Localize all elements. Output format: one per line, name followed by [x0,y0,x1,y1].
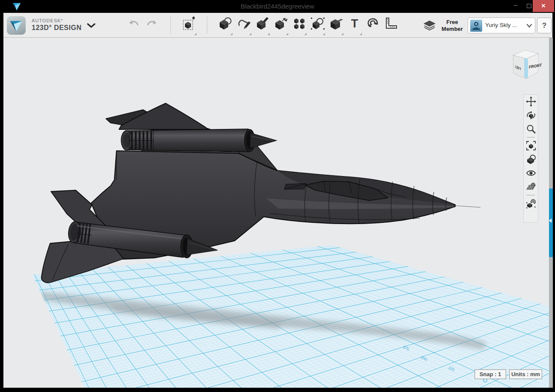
hide-show-button[interactable] [524,166,538,180]
minimize-button[interactable]: – [510,0,521,12]
window-title: Blackbird2445degreeview [0,0,555,13]
tool-snap-button[interactable] [365,16,381,36]
close-button[interactable]: ✕ [533,0,554,12]
collapse-arrow-icon [549,218,552,223]
dropdown-caret [360,33,362,35]
dropdown-caret [286,33,288,35]
nav-divider [527,195,535,195]
text-tool-icon: T [347,16,362,31]
autodesk-123d-logo-icon [7,16,26,35]
dropdown-caret [194,33,197,35]
tool-measure-button[interactable] [383,16,399,36]
tool-transform-button[interactable] [182,16,197,36]
pattern-cubes-icon [292,16,307,31]
membership-layers-icon [423,19,436,32]
redo-button[interactable] [145,19,161,33]
toolbar-separator [170,16,171,33]
nav-divider [527,137,535,138]
membership-label: Free Member [437,19,468,32]
text-tool-glyph: T [351,17,358,30]
material-view-icon [526,154,536,165]
right-edge-strip [549,38,553,388]
view-cube-highlighted-edge[interactable] [524,58,528,78]
snap-magnet-icon [526,198,536,209]
tool-primitives-button[interactable] [218,16,233,36]
tool-construct-button[interactable] [255,16,271,36]
orbit-button[interactable] [524,108,538,122]
brand-autodesk: AUTODESK° [32,18,81,23]
title-bar: Blackbird2445degreeview – ✕ [0,0,555,13]
undo-button[interactable] [127,19,142,33]
material-view-button[interactable] [524,153,538,166]
zoom-icon [526,124,536,134]
brand-text: AUTODESK° 123D° DESIGN [32,18,81,32]
autodesk-logo-tile[interactable] [7,16,26,35]
dropdown-caret [249,33,251,35]
primitives-cube-sphere-icon [218,16,233,31]
maximize-icon [527,4,531,8]
nose-probe [455,206,480,207]
tool-text-button[interactable]: T [347,16,363,36]
eye-icon [526,168,536,178]
snap-setting-button[interactable]: Snap : 1 [474,369,506,379]
toolbar-separator [207,16,207,33]
dropdown-caret [304,33,307,35]
dropdown-caret [230,33,233,35]
help-button[interactable]: ? [537,18,552,33]
brand-123d-design: 123D° DESIGN [32,24,81,32]
dropdown-caret [341,33,343,35]
scene-svg: 375 250 125 [3,38,549,388]
snap-to-grid-button[interactable] [524,197,538,210]
view-nav-toolbar [523,94,538,223]
panel-collapse-handle[interactable] [549,189,553,257]
dropdown-caret [268,33,270,35]
tool-combine-button[interactable] [329,16,344,36]
ruler-icon [383,16,398,31]
construct-cube-pencil-icon [255,16,270,31]
redo-icon [145,19,159,30]
move-scale-cube-icon [182,16,197,31]
zoom-button[interactable] [524,122,538,136]
user-name: Yuriy Skly ... [485,22,517,28]
user-account-dropdown[interactable]: Yuriy Skly ... [468,18,535,33]
view-cube[interactable]: LEFT FRONT [513,50,542,79]
group-cube-sphere-icon [310,16,325,31]
membership-line2: Member [437,26,468,33]
fit-button[interactable] [524,139,538,153]
app-window: Blackbird2445degreeview – ✕ AUTODESK° 12… [0,0,555,392]
undo-icon [127,19,140,30]
fit-icon [526,141,536,151]
tool-modify-button[interactable] [274,16,289,36]
main-menu-chevron-icon[interactable] [86,21,96,30]
viewport-3d[interactable]: 375 250 125 [3,38,549,388]
tool-grouping-button[interactable] [310,16,326,36]
user-dropdown-chevron-icon [526,24,532,28]
membership-line1: Free [437,19,468,26]
dropdown-caret [323,33,325,35]
modify-cube-arrow-icon [274,16,288,31]
magnet-icon [365,16,380,31]
orbit-icon [526,110,536,120]
main-toolbar: AUTODESK° 123D° DESIGN [3,13,552,38]
tool-sketch-button[interactable] [237,16,252,36]
grid-visibility-icon [526,182,536,192]
user-avatar [470,20,482,32]
pan-button[interactable] [524,95,538,108]
sketch-spline-pencil-icon [237,16,251,31]
tool-pattern-button[interactable] [292,16,307,36]
units-setting-button[interactable]: Units : mm [509,369,542,379]
toggle-grid-button[interactable] [524,180,538,194]
combine-cubes-icon [329,16,343,31]
pan-icon [526,96,536,107]
